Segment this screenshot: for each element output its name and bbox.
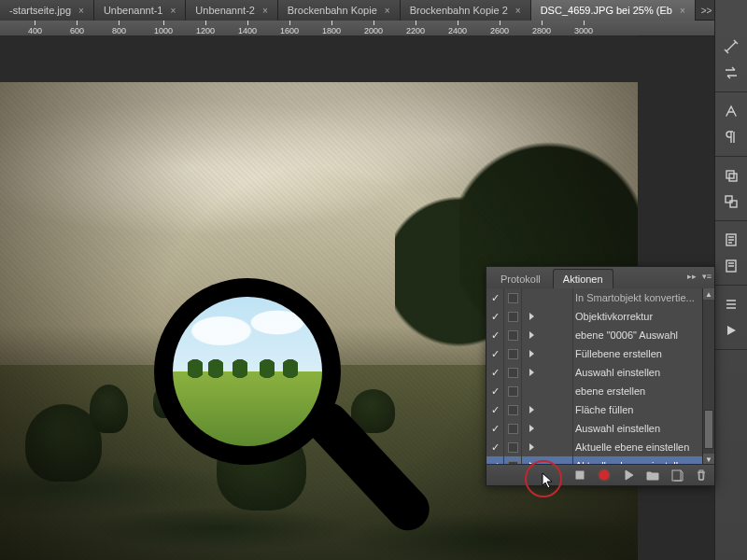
document-tab[interactable]: Unbenannt-2×: [186, 0, 277, 21]
toggle-dialog-checkbox[interactable]: [504, 438, 522, 456]
swap-icon[interactable]: [721, 63, 741, 83]
trash-button[interactable]: [694, 468, 709, 483]
scrollbar[interactable]: ▲ ▼: [702, 288, 714, 465]
toggle-dialog-checkbox[interactable]: [504, 400, 522, 419]
paragraph-icon[interactable]: [721, 127, 741, 147]
action-row[interactable]: ✓ebene erstellen: [486, 382, 703, 400]
svg-marker-6: [727, 326, 736, 335]
play-icon[interactable]: [721, 320, 741, 341]
toggle-dialog-checkbox[interactable]: [504, 419, 522, 438]
svg-marker-8: [626, 470, 633, 480]
folder-button[interactable]: [645, 468, 660, 483]
action-row[interactable]: ✓Fläche füllen: [486, 400, 703, 419]
ruler-tick: 400: [28, 21, 42, 35]
expand-toggle[interactable]: [522, 344, 573, 363]
action-row[interactable]: ✓Objektivkorrektur: [486, 307, 703, 326]
char-icon[interactable]: [721, 101, 741, 121]
toggle-dialog-checkbox[interactable]: [504, 307, 522, 326]
expand-toggle[interactable]: [522, 438, 573, 456]
symbols-icon[interactable]: [721, 256, 741, 276]
close-icon[interactable]: ×: [515, 6, 521, 16]
expand-toggle[interactable]: [522, 382, 573, 400]
svg-rect-9: [672, 470, 681, 481]
document-tab[interactable]: Brockenbahn Kopie×: [278, 0, 401, 21]
toggle-visibility-checkbox[interactable]: ✓: [486, 419, 504, 438]
tab-label: -startseite.jpg: [9, 5, 71, 16]
action-row[interactable]: ✓ebene "0006" Auswahl: [486, 326, 703, 344]
toggle-visibility-checkbox[interactable]: ✓: [486, 326, 504, 344]
toggle-visibility-checkbox[interactable]: ✓: [486, 307, 504, 326]
toggle-visibility-checkbox[interactable]: ✓: [486, 344, 504, 363]
collapsed-panel-dock: [714, 0, 747, 560]
close-icon[interactable]: ×: [78, 6, 84, 16]
tab-aktionen[interactable]: Aktionen: [553, 269, 613, 288]
toggle-visibility-checkbox[interactable]: ✓: [486, 400, 504, 419]
toggle-visibility-checkbox[interactable]: ✓: [486, 288, 504, 307]
expand-toggle[interactable]: [522, 419, 573, 438]
panel-menu-icon[interactable]: ▾≡: [701, 271, 712, 282]
action-label: In Smartobjekt konvertie...: [573, 292, 699, 303]
toggle-visibility-checkbox[interactable]: ✓: [486, 382, 504, 400]
triangle-right-icon: [529, 313, 534, 320]
ruler-tick: 1000: [154, 21, 173, 35]
ruler-tick: 1200: [196, 21, 215, 35]
action-label: Auswahl einstellen: [573, 423, 699, 434]
action-row[interactable]: ✓Auswahl einstellen: [486, 363, 703, 382]
svg-rect-7: [576, 471, 584, 479]
triangle-right-icon: [529, 369, 534, 376]
layers-icon[interactable]: [721, 165, 741, 186]
ruler-tick: 600: [70, 21, 84, 35]
list-icon[interactable]: [721, 294, 741, 315]
align-icon[interactable]: [721, 191, 741, 212]
expand-toggle[interactable]: [522, 400, 573, 419]
svg-rect-2: [726, 196, 732, 203]
horizontal-ruler[interactable]: 4006008001000120014001600180020002200240…: [0, 21, 747, 36]
toggle-dialog-checkbox[interactable]: [504, 344, 522, 363]
scrollbar-thumb[interactable]: [704, 410, 713, 449]
document-tab[interactable]: Unbenannt-1×: [94, 0, 186, 21]
record-button[interactable]: [597, 468, 612, 483]
document-tab[interactable]: Brockenbahn Kopie 2×: [401, 0, 531, 21]
new-action-button[interactable]: [669, 468, 684, 483]
scroll-up-button[interactable]: ▲: [703, 288, 714, 300]
toggle-dialog-checkbox[interactable]: [504, 288, 522, 307]
tab-protokoll[interactable]: Protokoll: [490, 269, 551, 288]
expand-toggle[interactable]: [522, 307, 573, 326]
action-row[interactable]: ✓Füllebene erstellen: [486, 344, 703, 363]
collapse-icon[interactable]: ▸▸: [686, 271, 698, 282]
toggle-visibility-checkbox[interactable]: ✓: [486, 363, 504, 382]
action-label: Auswahl einstellen: [573, 367, 699, 378]
toggle-dialog-checkbox[interactable]: [504, 382, 522, 400]
toggle-dialog-checkbox[interactable]: [504, 326, 522, 344]
action-list[interactable]: ✓In Smartobjekt konvertie...✓Objektivkor…: [486, 288, 703, 465]
toggle-visibility-checkbox[interactable]: ✓: [486, 438, 504, 456]
close-icon[interactable]: ×: [680, 6, 685, 16]
expand-toggle[interactable]: [522, 288, 573, 307]
triangle-right-icon: [529, 406, 534, 413]
close-icon[interactable]: ×: [170, 6, 176, 16]
close-icon[interactable]: ×: [385, 6, 390, 16]
play-button[interactable]: [621, 468, 636, 483]
document-tab-active[interactable]: DSC_4659.JPG bei 25% (Eb×: [531, 0, 696, 21]
actions-panel: Protokoll Aktionen ▸▸ ▾≡ ✓In Smartobjekt…: [486, 266, 715, 486]
ruler-tick: 2400: [448, 21, 467, 35]
ruler-tick: 2200: [406, 21, 425, 35]
action-row[interactable]: ✓Aktuelle ebene einstellen: [486, 438, 703, 456]
document-tab[interactable]: -startseite.jpg×: [0, 0, 94, 21]
ruler-tick: 2600: [490, 21, 509, 35]
triangle-right-icon: [529, 331, 534, 339]
ruler-tick: 2000: [364, 21, 383, 35]
toggle-dialog-checkbox[interactable]: [504, 363, 522, 382]
notes-icon[interactable]: [721, 230, 741, 250]
action-label: Füllebene erstellen: [573, 348, 699, 359]
refine-icon[interactable]: [721, 36, 741, 57]
stop-button[interactable]: [572, 468, 587, 483]
action-label: ebene erstellen: [573, 385, 699, 397]
action-label: Objektivkorrektur: [573, 311, 699, 322]
expand-toggle[interactable]: [522, 363, 573, 382]
action-row[interactable]: ✓In Smartobjekt konvertie...: [486, 288, 703, 307]
action-row[interactable]: ✓Auswahl einstellen: [486, 419, 703, 438]
close-icon[interactable]: ×: [262, 6, 268, 16]
expand-toggle[interactable]: [522, 326, 573, 344]
svg-rect-1: [729, 174, 737, 181]
